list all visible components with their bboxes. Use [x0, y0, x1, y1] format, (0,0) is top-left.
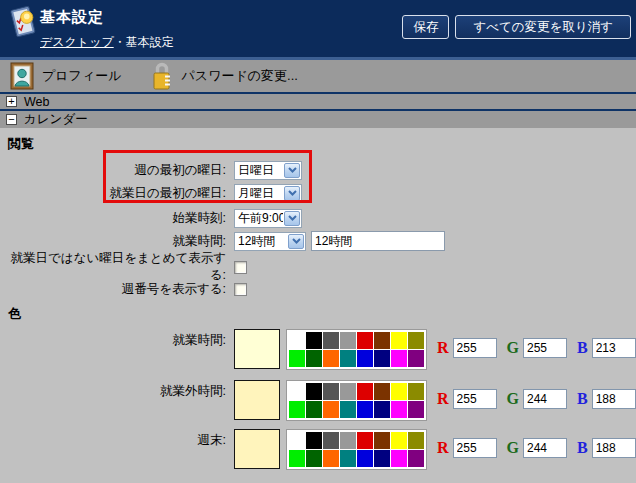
discard-changes-button[interactable]: すべての変更を取り消す	[455, 15, 631, 39]
header-actions: 保存 すべての変更を取り消す	[402, 15, 631, 39]
rgb-inputs: R G B	[427, 438, 636, 458]
palette-color-cell[interactable]	[323, 401, 339, 418]
red-value-input[interactable]	[453, 338, 497, 358]
palette-color-cell[interactable]	[289, 332, 305, 349]
palette-color-cell[interactable]	[340, 432, 356, 449]
view-heading: 閲覧	[8, 135, 34, 153]
palette-color-cell[interactable]	[323, 383, 339, 400]
section-header-calendar[interactable]: − カレンダー	[0, 111, 636, 128]
expand-icon[interactable]: +	[6, 96, 17, 107]
preferences-icon	[8, 4, 38, 40]
palette-color-cell[interactable]	[357, 450, 373, 467]
palette-color-cell[interactable]	[357, 401, 373, 418]
first-work-day-select[interactable]: 月曜日	[234, 184, 302, 203]
palette-color-cell[interactable]	[306, 432, 322, 449]
palette-color-cell[interactable]	[374, 450, 390, 467]
green-value-input[interactable]	[523, 438, 567, 458]
palette-color-cell[interactable]	[374, 350, 390, 367]
palette-color-cell[interactable]	[340, 383, 356, 400]
palette-color-cell[interactable]	[357, 332, 373, 349]
palette-color-cell[interactable]	[289, 401, 305, 418]
palette-color-cell[interactable]	[340, 332, 356, 349]
start-time-select[interactable]: 午前9:00	[234, 209, 302, 228]
palette-color-cell[interactable]	[391, 432, 407, 449]
palette-color-cell[interactable]	[306, 350, 322, 367]
work-hours-input[interactable]	[311, 231, 445, 251]
palette-color-cell[interactable]	[289, 350, 305, 367]
section-header-web[interactable]: + Web	[0, 94, 636, 109]
collapse-icon[interactable]: −	[6, 114, 17, 125]
palette-color-cell[interactable]	[408, 332, 424, 349]
palette-color-cell[interactable]	[374, 401, 390, 418]
palette-color-cell[interactable]	[408, 450, 424, 467]
preferences-window: 基本設定 デスクトップ・基本設定 保存 すべての変更を取り消す プロフィール	[0, 0, 636, 483]
show-week-number-checkbox[interactable]	[234, 283, 247, 296]
palette-color-cell[interactable]	[323, 432, 339, 449]
profile-button-label: プロフィール	[42, 67, 122, 85]
palette-color-cell[interactable]	[408, 350, 424, 367]
palette-color-cell[interactable]	[340, 401, 356, 418]
green-value-input[interactable]	[523, 389, 567, 409]
palette-color-cell[interactable]	[306, 401, 322, 418]
palette-color-cell[interactable]	[357, 432, 373, 449]
palette-color-cell[interactable]	[306, 332, 322, 349]
collapse-nonwork-row: 就業日ではない曜日をまとめて表示する:	[0, 258, 636, 276]
padlock-icon	[150, 61, 174, 91]
profile-portrait-icon	[10, 62, 34, 90]
palette-color-cell[interactable]	[323, 450, 339, 467]
palette-color-cell[interactable]	[391, 350, 407, 367]
palette-color-cell[interactable]	[391, 401, 407, 418]
green-label: G	[507, 339, 519, 357]
palette-color-cell[interactable]	[357, 383, 373, 400]
show-week-number-label: 週番号を表示する:	[0, 281, 231, 298]
palette-color-cell[interactable]	[374, 383, 390, 400]
breadcrumb-desktop-link[interactable]: デスクトップ	[40, 35, 114, 49]
blue-value-input[interactable]	[592, 389, 636, 409]
blue-label: B	[577, 339, 588, 357]
red-label: R	[437, 390, 449, 408]
nonwork-hours-color-swatch[interactable]	[234, 380, 280, 420]
chevron-down-icon[interactable]	[284, 186, 300, 201]
palette-color-cell[interactable]	[306, 383, 322, 400]
palette-color-cell[interactable]	[374, 432, 390, 449]
palette-color-cell[interactable]	[323, 350, 339, 367]
red-value-input[interactable]	[453, 389, 497, 409]
change-password-button[interactable]: パスワードの変更...	[150, 61, 298, 91]
palette-color-cell[interactable]	[391, 450, 407, 467]
color-palette	[286, 380, 427, 421]
collapse-nonwork-checkbox[interactable]	[234, 261, 247, 274]
weekend-color-swatch[interactable]	[234, 429, 280, 469]
palette-color-cell[interactable]	[374, 332, 390, 349]
weekend-color-label: 週末:	[0, 429, 231, 449]
chevron-down-icon[interactable]	[284, 211, 300, 226]
chevron-down-icon[interactable]	[284, 163, 300, 178]
color-palette	[286, 429, 427, 470]
work-hours-color-row: 就業時間: R G B	[0, 329, 636, 370]
palette-color-cell[interactable]	[323, 332, 339, 349]
blue-value-input[interactable]	[592, 338, 636, 358]
palette-color-cell[interactable]	[408, 383, 424, 400]
palette-color-cell[interactable]	[340, 450, 356, 467]
palette-color-cell[interactable]	[408, 432, 424, 449]
palette-color-cell[interactable]	[306, 450, 322, 467]
profile-button[interactable]: プロフィール	[10, 62, 122, 90]
green-value-input[interactable]	[523, 338, 567, 358]
first-day-of-week-select[interactable]: 日曜日	[234, 161, 302, 180]
palette-color-cell[interactable]	[357, 350, 373, 367]
palette-color-cell[interactable]	[408, 401, 424, 418]
palette-color-cell[interactable]	[391, 383, 407, 400]
red-label: R	[437, 339, 449, 357]
chevron-down-icon[interactable]	[288, 234, 304, 249]
palette-color-cell[interactable]	[289, 450, 305, 467]
red-value-input[interactable]	[453, 438, 497, 458]
work-hours-color-swatch[interactable]	[234, 329, 280, 369]
rgb-inputs: R G B	[427, 389, 636, 409]
palette-color-cell[interactable]	[289, 432, 305, 449]
palette-color-cell[interactable]	[340, 350, 356, 367]
palette-color-cell[interactable]	[391, 332, 407, 349]
palette-color-cell[interactable]	[289, 383, 305, 400]
work-hours-select[interactable]: 12時間	[234, 232, 306, 251]
blue-value-input[interactable]	[592, 438, 636, 458]
color-heading: 色	[8, 305, 21, 323]
save-button[interactable]: 保存	[402, 15, 449, 39]
